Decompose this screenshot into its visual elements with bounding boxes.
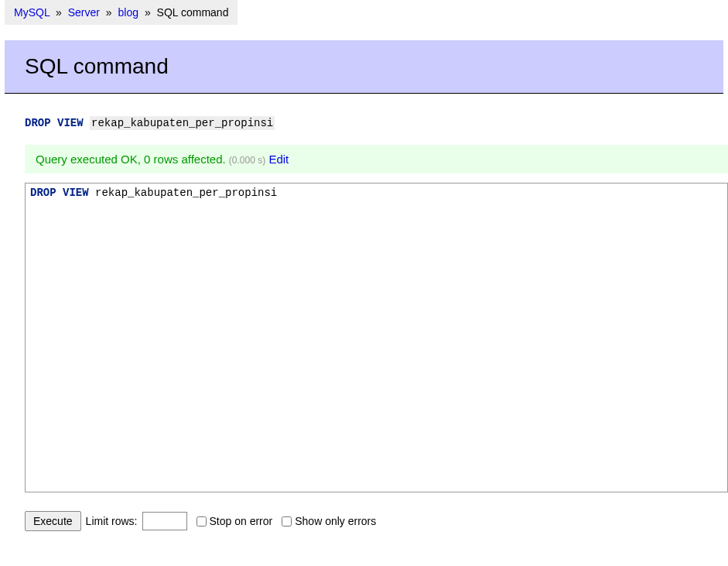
sql-keyword: VIEW <box>63 187 89 199</box>
breadcrumb-link-mysql[interactable]: MySQL <box>14 6 50 19</box>
sql-object: rekap_kabupaten_per_propinsi <box>95 187 277 199</box>
breadcrumb-separator: » <box>145 6 151 19</box>
result-ok: Query executed OK, 0 rows affected. <box>36 153 226 166</box>
show-only-errors-label[interactable]: Show only errors <box>282 515 376 527</box>
executed-sql: DROP VIEW rekap_kabupaten_per_propinsi <box>25 117 728 129</box>
breadcrumb-separator: » <box>106 6 112 19</box>
breadcrumb-current: SQL command <box>157 6 229 19</box>
edit-link[interactable]: Edit <box>268 153 289 166</box>
limit-rows-input[interactable] <box>142 512 187 530</box>
main-content: DROP VIEW rekap_kabupaten_per_propinsi Q… <box>25 117 728 531</box>
sql-keyword: VIEW <box>57 117 84 129</box>
sql-editor[interactable]: DROP VIEW rekap_kabupaten_per_propinsi <box>25 183 728 492</box>
limit-rows-label: Limit rows: <box>86 515 138 527</box>
stop-on-error-label[interactable]: Stop on error <box>197 515 273 527</box>
sql-object: rekap_kabupaten_per_propinsi <box>90 116 275 130</box>
breadcrumb-separator: » <box>56 6 62 19</box>
breadcrumb-link-server[interactable]: Server <box>68 6 100 19</box>
stop-on-error-text: Stop on error <box>210 515 273 527</box>
stop-on-error-checkbox[interactable] <box>197 516 207 527</box>
result-timing: (0.000 s) <box>229 155 265 166</box>
page-title: SQL command <box>25 54 703 79</box>
query-result-message: Query executed OK, 0 rows affected. (0.0… <box>25 145 728 173</box>
sql-keyword: DROP <box>30 187 56 199</box>
sql-keyword: DROP <box>25 117 51 129</box>
editor-controls: Execute Limit rows: Stop on error Show o… <box>25 511 728 531</box>
show-only-errors-text: Show only errors <box>295 515 376 527</box>
page-header: SQL command <box>5 40 723 94</box>
breadcrumb-link-blog[interactable]: blog <box>118 6 138 19</box>
execute-button[interactable]: Execute <box>25 511 81 531</box>
show-only-errors-checkbox[interactable] <box>282 516 292 527</box>
breadcrumb: MySQL » Server » blog » SQL command <box>5 0 238 25</box>
